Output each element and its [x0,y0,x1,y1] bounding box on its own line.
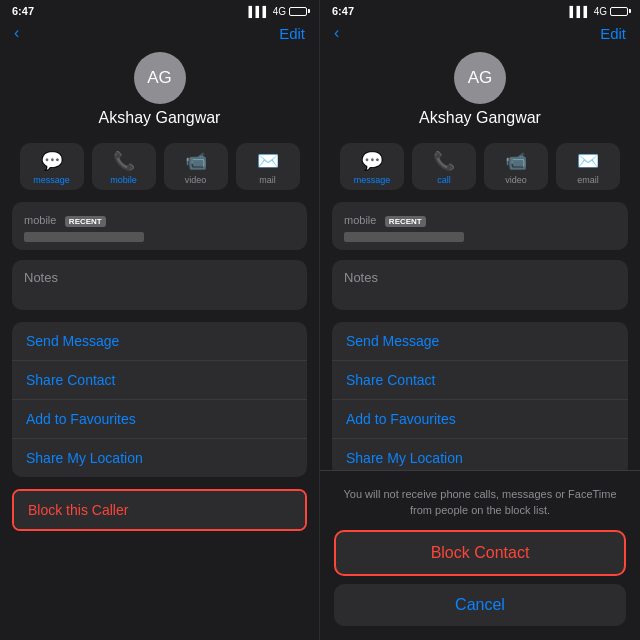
right-mobile-badge: RECENT [385,216,426,227]
left-status-icons: ▌▌▌ 4G [248,6,307,17]
block-contact-button[interactable]: Block Contact [334,530,626,576]
left-notes-label: Notes [24,270,58,285]
message-label: message [33,175,70,185]
right-nav-bar: ‹ Edit [320,22,640,48]
left-menu-list: Send Message Share Contact Add to Favour… [12,322,307,477]
mail-label: mail [259,175,276,185]
right-edit-button[interactable]: Edit [600,25,626,42]
left-message-btn[interactable]: 💬 message [20,143,84,190]
left-add-favourites-item[interactable]: Add to Favourites [12,400,307,439]
right-video-btn[interactable]: 📹 video [484,143,548,190]
right-add-favourites-item[interactable]: Add to Favourites [332,400,628,439]
sheet-info-message: You will not receive phone calls, messag… [334,487,626,518]
signal-icon: ▌▌▌ [248,6,269,17]
right-message-icon: 💬 [361,150,383,172]
right-mail-icon: ✉️ [577,150,599,172]
right-notes-label: Notes [344,270,378,285]
left-block-caller-wrapper: Block this Caller [12,489,307,531]
left-mobile-info: mobile RECENT [12,202,307,250]
right-video-icon: 📹 [505,150,527,172]
right-call-btn[interactable]: 📞 call [412,143,476,190]
cancel-button[interactable]: Cancel [334,584,626,626]
left-notes-section: Notes [12,260,307,310]
right-signal-icon: ▌▌▌ [569,6,590,17]
mail-icon: ✉️ [257,150,279,172]
right-avatar: AG [454,52,506,104]
right-message-btn[interactable]: 💬 message [340,143,404,190]
left-contact-header: AG Akshay Gangwar [0,48,319,137]
right-notes-section: Notes [332,260,628,310]
video-label: video [185,175,207,185]
right-wifi-icon: 4G [594,6,607,17]
right-mail-btn[interactable]: ✉️ email [556,143,620,190]
right-contact-name: Akshay Gangwar [419,109,541,127]
left-mobile-badge: RECENT [65,216,106,227]
left-video-btn[interactable]: 📹 video [164,143,228,190]
left-mobile-label: mobile [24,214,56,226]
right-message-label: message [354,175,391,185]
right-status-time: 6:47 [332,5,354,17]
left-contact-name: Akshay Gangwar [99,109,221,127]
right-back-button[interactable]: ‹ [334,24,339,42]
left-avatar: AG [134,52,186,104]
left-mobile-btn[interactable]: 📞 mobile [92,143,156,190]
right-contact-header: AG Akshay Gangwar [320,48,640,137]
message-icon: 💬 [41,150,63,172]
video-icon: 📹 [185,150,207,172]
left-mobile-value [24,232,144,242]
right-share-contact-item[interactable]: Share Contact [332,361,628,400]
right-mail-label: email [577,175,599,185]
left-block-caller-item[interactable]: Block this Caller [14,491,305,529]
wifi-icon: 4G [273,6,286,17]
right-mobile-info: mobile RECENT [332,202,628,250]
mobile-label: mobile [110,175,137,185]
left-share-contact-item[interactable]: Share Contact [12,361,307,400]
left-action-buttons: 💬 message 📞 mobile 📹 video ✉️ mail [0,137,319,198]
left-share-location-item[interactable]: Share My Location [12,439,307,477]
right-status-bar: 6:47 ▌▌▌ 4G [320,0,640,22]
right-menu-list: Send Message Share Contact Add to Favour… [332,322,628,477]
right-mobile-value [344,232,464,242]
right-send-message-item[interactable]: Send Message [332,322,628,361]
right-phone-panel: 6:47 ▌▌▌ 4G ‹ Edit AG Akshay Gangwar 💬 m… [320,0,640,640]
right-video-label: video [505,175,527,185]
right-mobile-label: mobile [344,214,376,226]
left-edit-button[interactable]: Edit [279,25,305,42]
right-status-icons: ▌▌▌ 4G [569,6,628,17]
left-back-button[interactable]: ‹ [14,24,19,42]
right-phone-icon: 📞 [433,150,455,172]
left-send-message-item[interactable]: Send Message [12,322,307,361]
left-phone-panel: 6:47 ▌▌▌ 4G ‹ Edit AG Akshay Gangwar 💬 m… [0,0,320,640]
right-bottom-sheet: You will not receive phone calls, messag… [320,470,640,640]
left-status-bar: 6:47 ▌▌▌ 4G [0,0,319,22]
right-battery-icon [610,7,628,16]
right-action-buttons: 💬 message 📞 call 📹 video ✉️ email [320,137,640,198]
battery-icon [289,7,307,16]
left-nav-bar: ‹ Edit [0,22,319,48]
right-call-label: call [437,175,451,185]
left-mail-btn[interactable]: ✉️ mail [236,143,300,190]
left-status-time: 6:47 [12,5,34,17]
phone-icon: 📞 [113,150,135,172]
